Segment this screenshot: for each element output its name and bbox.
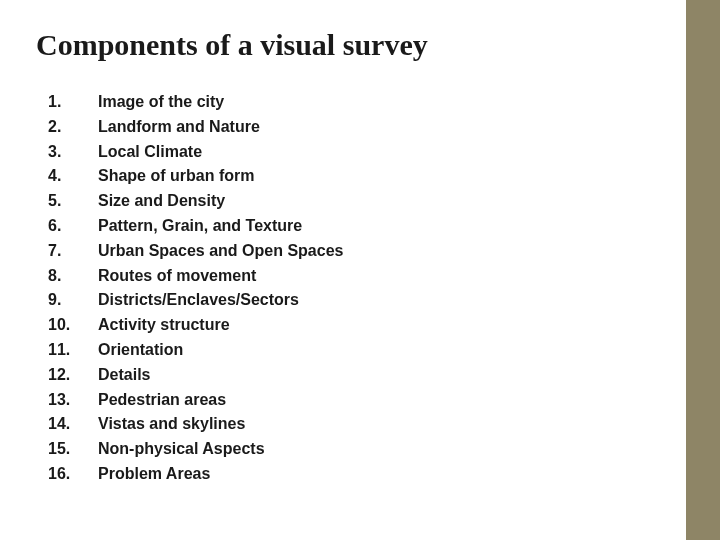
list-item: 10.Activity structure [48,313,680,338]
list-item-number: 5. [48,189,98,214]
list-item-label: Landform and Nature [98,115,680,140]
list-item-label: Activity structure [98,313,680,338]
list-item-label: Vistas and skylines [98,412,680,437]
list-item-number: 9. [48,288,98,313]
list-item-number: 14. [48,412,98,437]
components-list: 1.Image of the city2.Landform and Nature… [40,90,680,487]
list-item: 11.Orientation [48,338,680,363]
list-item: 16.Problem Areas [48,462,680,487]
list-item-number: 10. [48,313,98,338]
list-item: 8.Routes of movement [48,264,680,289]
list-item-number: 1. [48,90,98,115]
list-item-label: Districts/Enclaves/Sectors [98,288,680,313]
list-item-number: 4. [48,164,98,189]
slide-content: Components of a visual survey 1.Image of… [0,0,720,507]
list-item: 15.Non-physical Aspects [48,437,680,462]
list-item: 6.Pattern, Grain, and Texture [48,214,680,239]
list-item-label: Problem Areas [98,462,680,487]
list-item-number: 11. [48,338,98,363]
list-item-label: Shape of urban form [98,164,680,189]
page-title: Components of a visual survey [36,28,680,62]
list-item-number: 2. [48,115,98,140]
list-item-label: Pattern, Grain, and Texture [98,214,680,239]
list-item-label: Local Climate [98,140,680,165]
list-item-number: 8. [48,264,98,289]
list-item-label: Routes of movement [98,264,680,289]
list-item: 9.Districts/Enclaves/Sectors [48,288,680,313]
list-item-number: 13. [48,388,98,413]
list-item-number: 16. [48,462,98,487]
list-item-label: Urban Spaces and Open Spaces [98,239,680,264]
list-item-label: Orientation [98,338,680,363]
list-item-label: Details [98,363,680,388]
list-item: 3.Local Climate [48,140,680,165]
list-item: 5.Size and Density [48,189,680,214]
list-item: 14.Vistas and skylines [48,412,680,437]
list-item: 13.Pedestrian areas [48,388,680,413]
list-item: 1.Image of the city [48,90,680,115]
list-item-number: 12. [48,363,98,388]
list-item-label: Image of the city [98,90,680,115]
list-item: 2.Landform and Nature [48,115,680,140]
list-item-label: Pedestrian areas [98,388,680,413]
list-item-number: 7. [48,239,98,264]
list-item: 12.Details [48,363,680,388]
list-item-label: Size and Density [98,189,680,214]
list-item-number: 6. [48,214,98,239]
list-item: 7.Urban Spaces and Open Spaces [48,239,680,264]
accent-bar [686,0,720,540]
list-item-number: 3. [48,140,98,165]
list-item-number: 15. [48,437,98,462]
list-item: 4.Shape of urban form [48,164,680,189]
list-item-label: Non-physical Aspects [98,437,680,462]
